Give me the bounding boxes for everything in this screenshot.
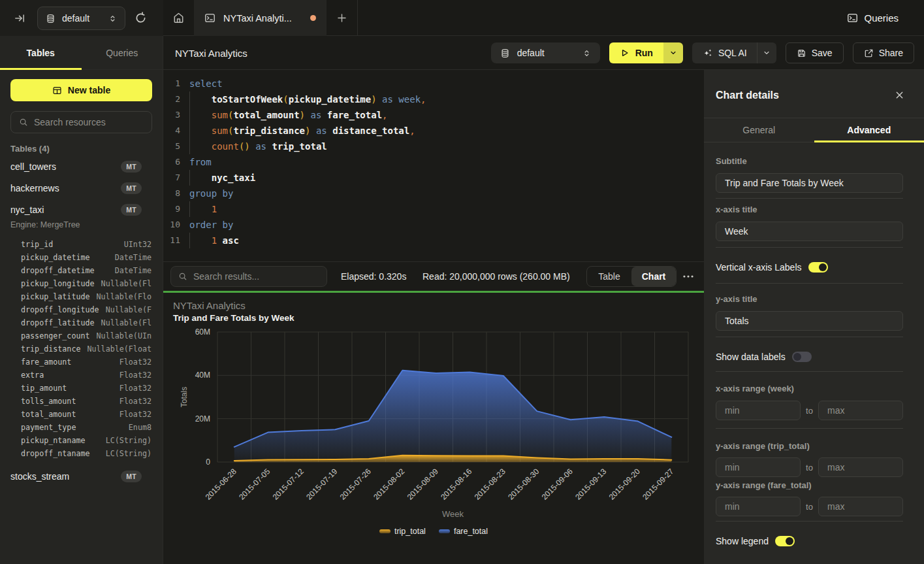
line-number: 4 (163, 123, 180, 139)
indent-guide (189, 107, 190, 123)
search-icon (19, 118, 28, 127)
line-code: select (189, 76, 223, 91)
clickhouse-sql-console: default NYTaxi Analyti... (0, 0, 924, 564)
token-ws (327, 125, 332, 136)
line-number: 1 (163, 76, 180, 91)
sidebar-tab-tables[interactable]: Tables (0, 36, 82, 69)
column-name: pickup_ntaname (21, 436, 86, 445)
token-id: trip_distance (233, 125, 305, 136)
x-axis-title-input[interactable]: Week (716, 222, 903, 241)
y-axis-range-trip-row: min to max (716, 457, 903, 477)
sidebar-search-input[interactable]: Search resources (10, 111, 152, 133)
x-axis-range-field: x-axis range (week) (716, 384, 903, 393)
vertical-x-labels-label: Vertical x-axis Labels (716, 262, 802, 273)
svg-text:Totals: Totals (180, 387, 189, 407)
line-number: 8 (163, 186, 180, 201)
chart-plot[interactable]: 020M40M60M2015-06-282015-07-052015-07-12… (163, 293, 704, 564)
column-row-dropoff_longitude: dropoff_longitudeNullable(F (21, 303, 151, 316)
editor-line-2: 2 toStartOfWeek(pickup_datetime) as week… (163, 91, 704, 107)
table-row-nyc_taxi[interactable]: nyc_taxiMT (0, 199, 163, 220)
chart-details-panel: Chart details General Advanced Subtitle … (704, 70, 924, 564)
column-name: dropoff_longitude (21, 305, 99, 314)
editor-line-10: 10order by (163, 217, 704, 233)
show-legend-row: Show legend (716, 536, 795, 546)
sql-ai-button[interactable]: SQL AI (692, 42, 757, 63)
queries-button[interactable]: Queries (847, 0, 899, 36)
y-range-trip-min-input[interactable]: min (716, 457, 801, 477)
column-type: Nullable(F (99, 305, 151, 314)
column-row-tolls_amount: tolls_amountFloat32 (21, 395, 151, 408)
legend-item-trip_total[interactable]: trip_total (379, 527, 426, 536)
new-tab-button[interactable] (333, 9, 351, 27)
view-toggle-table[interactable]: Table (587, 267, 631, 286)
show-legend-label: Show legend (716, 536, 769, 546)
more-options-icon[interactable] (682, 271, 694, 282)
x-range-max-input[interactable]: max (818, 401, 903, 420)
subtitle-input[interactable]: Trip and Fare Totals by Week (716, 173, 903, 193)
share-icon (864, 48, 874, 58)
chevron-sort-icon (582, 49, 591, 58)
x-axis-title-field: x-axis title Week (716, 205, 903, 241)
sql-editor[interactable]: 1select2 toStartOfWeek(pickup_datetime) … (163, 70, 704, 261)
run-options-button[interactable] (663, 42, 683, 63)
y-range-trip-max-input[interactable]: max (818, 457, 903, 477)
query-database-selector[interactable]: default (491, 42, 600, 63)
editor-line-8: 8group by (163, 186, 704, 201)
token-ws (377, 94, 382, 105)
svg-text:2015-09-27: 2015-09-27 (641, 467, 676, 502)
column-name: extra (21, 371, 44, 380)
tab-nytaxi-analytics[interactable]: NYTaxi Analyti... (194, 0, 327, 36)
panel-tab-general[interactable]: General (704, 118, 814, 142)
to-label: to (801, 463, 818, 473)
table-name: stocks_stream (10, 471, 121, 482)
close-icon[interactable] (895, 90, 904, 100)
topbar: default NYTaxi Analyti... (0, 0, 924, 36)
view-toggle-chart[interactable]: Chart (631, 267, 676, 286)
legend-item-fare_total[interactable]: fare_total (439, 527, 488, 536)
token-ws (189, 94, 212, 105)
token-fn: sum (212, 125, 228, 136)
sql-ai-options-button[interactable] (757, 42, 776, 63)
tables-list: cell_towersMThackernewsMTnyc_taxiMTEngin… (0, 156, 163, 487)
vertical-x-labels-toggle[interactable] (808, 262, 828, 273)
save-button[interactable]: Save (786, 42, 844, 63)
table-row-cell_towers[interactable]: cell_towersMT (0, 156, 163, 177)
svg-text:2015-08-09: 2015-08-09 (406, 467, 441, 502)
share-button[interactable]: Share (853, 42, 914, 63)
line-code: nyc_taxi (189, 170, 255, 186)
tabstrip-divider (357, 0, 358, 36)
y-range-fare-min-input[interactable]: min (716, 497, 801, 516)
panel-tab-advanced[interactable]: Advanced (814, 118, 924, 142)
results-search-input[interactable]: Search results... (170, 266, 327, 287)
svg-text:2015-08-02: 2015-08-02 (372, 467, 407, 502)
new-table-button[interactable]: New table (10, 79, 152, 101)
collapse-sidebar-icon[interactable] (14, 12, 25, 24)
svg-text:60M: 60M (195, 327, 210, 337)
table-row-hackernews[interactable]: hackernewsMT (0, 177, 163, 199)
run-button[interactable]: Run (609, 42, 663, 63)
column-type: LC(String) (86, 436, 151, 445)
column-name: dropoff_datetime (21, 266, 95, 275)
show-legend-toggle[interactable] (775, 536, 795, 546)
home-tab[interactable] (163, 0, 194, 36)
engine-badge: MT (121, 204, 142, 216)
refresh-icon[interactable] (135, 12, 147, 24)
column-name: passenger_count (21, 331, 90, 340)
token-num: 1 (212, 235, 217, 246)
y-axis-title-input[interactable]: Totals (716, 311, 903, 331)
token-kw: as (382, 94, 393, 105)
column-name: dropoff_ntaname (21, 449, 90, 458)
sidebar-tab-queries[interactable]: Queries (82, 36, 163, 69)
x-range-min-input[interactable]: min (716, 401, 801, 420)
table-row-stocks_stream[interactable]: stocks_streamMT (0, 465, 163, 487)
y-range-fare-max-input[interactable]: max (818, 497, 903, 516)
table-engine: Engine: MergeTree (0, 220, 163, 230)
show-data-labels-toggle[interactable] (792, 352, 812, 362)
column-type: Float32 (76, 397, 151, 406)
database-selector[interactable]: default (37, 7, 125, 30)
column-row-dropoff_ntaname: dropoff_ntanameLC(String) (21, 447, 151, 460)
chart-title: NYTaxi Analytics (173, 300, 246, 311)
y-axis-range-fare-field: y-axis range (fare_total) (716, 480, 903, 490)
to-label: to (801, 502, 818, 512)
token-id: total_amount (233, 110, 299, 120)
